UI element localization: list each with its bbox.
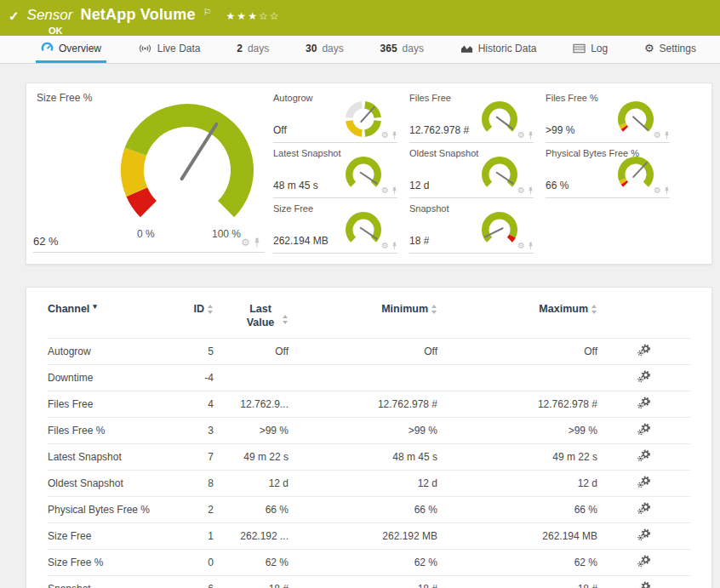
table-header-row: Channel▾ ID Last Value Minimum Maximum [48, 296, 690, 339]
broadcast-icon [138, 43, 152, 54]
channel-id: 5 [167, 339, 214, 365]
channel-settings-icon[interactable] [637, 397, 651, 409]
channel-settings-icon[interactable] [637, 476, 651, 488]
gear-icon[interactable]: ⚙ [381, 242, 389, 250]
gear-icon: ⚙ [644, 42, 654, 54]
files-free-gauge [477, 99, 522, 138]
pin-icon[interactable] [391, 131, 397, 140]
gauge-tile-oldest-snapshot: Oldest Snapshot 12 d ⚙ [409, 143, 534, 198]
table-row: Autogrow5OffOffOff [48, 339, 690, 365]
channel-name: Latest Snapshot [48, 444, 167, 471]
area-chart-icon [460, 43, 473, 54]
gauge-label: Snapshot [409, 203, 449, 214]
channel-settings-icon [637, 502, 651, 515]
channel-id: 0 [167, 550, 214, 576]
channel-settings-icon[interactable] [637, 528, 651, 541]
pin-icon[interactable] [664, 131, 670, 140]
channel-table: Channel▾ ID Last Value Minimum Maximum A… [48, 296, 690, 588]
pin-icon[interactable] [528, 131, 534, 140]
column-header-minimum[interactable]: Minimum [289, 296, 437, 339]
sensor-header: ✓ Sensor NetApp Volume ⚐ ★★★☆☆ OK [0, 0, 720, 36]
channel-minimum: 66 % [289, 497, 437, 523]
table-row: Files Free %3>99 %>99 %>99 % [48, 418, 690, 444]
channel-last-value: 18 # [214, 576, 289, 588]
column-header-channel[interactable]: Channel▾ [48, 296, 167, 339]
gear-icon[interactable]: ⚙ [241, 237, 250, 248]
gauge-value: >99 % [546, 124, 574, 136]
tab-bar: Overview Live Data 2 days 30 days 365 da… [0, 36, 720, 64]
gauge-label: Latest Snapshot [273, 148, 341, 158]
channel-minimum: >99 % [289, 418, 437, 444]
gear-icon[interactable]: ⚙ [654, 131, 661, 140]
gear-icon[interactable]: ⚙ [654, 186, 661, 195]
pin-icon[interactable] [528, 186, 534, 195]
gauge-label: Size Free [273, 203, 313, 214]
channel-name: Size Free % [48, 550, 167, 576]
main-gauge [102, 95, 272, 240]
channel-settings-icon[interactable] [637, 370, 651, 383]
tab-365-days[interactable]: 365 days [375, 36, 429, 63]
latest-snapshot-gauge [341, 154, 386, 193]
table-row: Files Free412.762.9...12.762.978 #12.762… [48, 391, 690, 418]
gear-icon[interactable]: ⚙ [381, 186, 389, 195]
channel-maximum: 262.194 MB [437, 523, 597, 550]
pin-icon[interactable] [391, 186, 397, 195]
channel-id: 1 [167, 523, 214, 550]
flag-icon[interactable]: ⚐ [203, 7, 212, 18]
gauge-value: 66 % [546, 180, 569, 191]
tab-live-data[interactable]: Live Data [133, 36, 206, 63]
priority-stars[interactable]: ★★★☆☆ [226, 10, 281, 22]
oldest-snapshot-gauge [477, 154, 522, 193]
pin-icon[interactable] [254, 237, 260, 248]
channel-settings-icon [637, 344, 651, 357]
gear-icon[interactable]: ⚙ [517, 186, 525, 195]
channel-last-value: 62 % [214, 550, 289, 576]
pin-icon[interactable] [528, 242, 534, 250]
snapshot-gauge [477, 209, 522, 248]
channel-maximum: >99 % [437, 418, 597, 444]
tab-historic-data[interactable]: Historic Data [455, 36, 542, 63]
gauge-tile-physical-bytes-free-pct: Physical Bytes Free % 66 % ⚙ [546, 143, 670, 198]
table-row: Latest Snapshot749 m 22 s48 m 45 s49 m 2… [48, 444, 690, 471]
page-title: NetApp Volume [80, 6, 195, 24]
channel-last-value: 66 % [214, 497, 289, 523]
channel-settings-icon[interactable] [637, 449, 651, 462]
gauge-scale-min: 0 % [137, 228, 155, 240]
size-free-gauge [341, 209, 386, 248]
sort-icon [208, 305, 214, 314]
tab-2-days[interactable]: 2 days [231, 36, 274, 63]
channel-id: 4 [167, 391, 214, 418]
column-header-last-value[interactable]: Last Value [214, 296, 289, 339]
gauge-value: 18 # [409, 235, 429, 247]
channel-settings-icon [637, 423, 651, 436]
channel-settings-icon[interactable] [637, 555, 651, 568]
channel-maximum: 66 % [437, 497, 597, 523]
channel-settings-icon[interactable] [637, 502, 651, 515]
gear-icon[interactable]: ⚙ [517, 131, 525, 140]
channel-settings-icon[interactable] [637, 581, 651, 588]
channel-name: Oldest Snapshot [48, 471, 167, 497]
column-header-id[interactable]: ID [167, 296, 214, 339]
status-badge: OK [49, 26, 711, 36]
gauge-tile-grid: Autogrow Off ⚙ Files Free 12.762.978 # ⚙… [273, 88, 670, 254]
channel-settings-icon[interactable] [637, 423, 651, 436]
tab-30-days[interactable]: 30 days [300, 36, 349, 63]
pin-icon[interactable] [391, 242, 397, 250]
column-header-maximum[interactable]: Maximum [437, 296, 597, 339]
gear-icon[interactable]: ⚙ [381, 131, 389, 140]
gauge-tile-latest-snapshot: Latest Snapshot 48 m 45 s ⚙ [273, 143, 397, 198]
tab-settings[interactable]: ⚙ Settings [639, 36, 701, 63]
channel-id: 7 [167, 444, 214, 471]
channel-last-value: 49 m 22 s [214, 444, 289, 471]
tab-log[interactable]: Log [568, 36, 613, 63]
channel-settings-icon[interactable] [637, 344, 651, 357]
channel-maximum: 12 d [437, 471, 597, 497]
gear-icon[interactable]: ⚙ [517, 242, 525, 250]
channel-minimum: 62 % [289, 550, 437, 576]
channel-name: Downtime [48, 365, 167, 391]
channel-maximum: 12.762.978 # [437, 391, 597, 418]
channel-last-value: 12 d [214, 471, 289, 497]
empty-tile [546, 198, 670, 253]
tab-overview[interactable]: Overview [36, 36, 106, 63]
pin-icon[interactable] [664, 186, 670, 195]
